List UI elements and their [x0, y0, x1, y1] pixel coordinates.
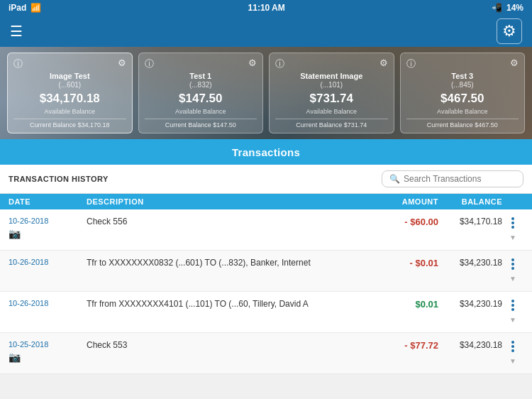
dot-2 — [511, 345, 514, 348]
account-cards-container: ⓘ ⚙ Image Test (...601) $34,170.18 Avail… — [0, 47, 532, 139]
txn-actions[interactable]: ▼ — [502, 256, 523, 283]
search-input[interactable] — [404, 174, 516, 184]
txn-amount: - $60.00 — [375, 215, 438, 227]
table-row[interactable]: 10-26-2018 Tfr from XXXXXXXX4101 (...101… — [0, 292, 532, 333]
card-acct: (...845) — [406, 81, 519, 89]
nav-bar: ☰ ⚙ — [0, 16, 532, 47]
txn-date-cell: 10-26-2018 — [9, 256, 87, 266]
dot-menu-button[interactable] — [511, 300, 514, 311]
txn-date-cell: 10-26-2018 📷 — [9, 215, 87, 239]
hero-area: ⓘ ⚙ Image Test (...601) $34,170.18 Avail… — [0, 47, 532, 139]
txn-description: Check 556 — [87, 215, 375, 226]
col-header-amount: AMOUNT — [375, 197, 438, 206]
info-icon[interactable]: ⓘ — [406, 58, 416, 70]
dot-menu-button[interactable] — [511, 217, 514, 229]
account-card-2[interactable]: ⓘ ⚙ Test 1 (...832) $147.50 Available Ba… — [138, 53, 264, 133]
card-name: Statement Image — [275, 72, 388, 80]
txn-amount: - $77.72 — [375, 339, 438, 351]
dot-1 — [511, 300, 514, 302]
card-gear-icon[interactable]: ⚙ — [379, 58, 388, 68]
transaction-toolbar: TRANSACTION HISTORY 🔍 — [0, 165, 532, 194]
card-gear-icon[interactable]: ⚙ — [118, 58, 126, 68]
account-card-4[interactable]: ⓘ ⚙ Test 3 (...845) $467.50 Available Ba… — [400, 53, 526, 133]
card-gear-icon[interactable]: ⚙ — [510, 58, 519, 68]
bluetooth-icon: 📲 — [492, 3, 502, 13]
ipad-label: iPad — [9, 3, 26, 13]
info-icon[interactable]: ⓘ — [275, 58, 284, 70]
status-bar: iPad 📶 11:10 AM 📲 14% — [0, 0, 532, 16]
txn-date: 10-25-2018 — [9, 339, 87, 349]
table-row[interactable]: 10-26-2018 Tfr to XXXXXXXX0832 (...601) … — [0, 251, 532, 292]
camera-icon[interactable]: 📷 — [9, 351, 87, 363]
table-row[interactable]: 10-26-2018 📷 Check 556 - $60.00 $34,170.… — [0, 209, 532, 251]
time-display: 11:10 AM — [248, 3, 285, 13]
transactions-section-header: Transactions — [0, 139, 532, 165]
card-balance: $147.50 — [145, 92, 257, 106]
transactions-list: 10-26-2018 📷 Check 556 - $60.00 $34,170.… — [0, 209, 532, 374]
dot-menu-button[interactable] — [511, 258, 514, 270]
status-right: 📲 14% — [492, 3, 523, 13]
card-avail-label: Available Balance — [275, 108, 388, 115]
hamburger-menu-button[interactable]: ☰ — [10, 23, 23, 40]
dot-1 — [511, 341, 514, 344]
card-current-balance: Current Balance $731.74 — [275, 119, 388, 129]
card-avail-label: Available Balance — [13, 108, 126, 115]
col-header-description: DESCRIPTION — [87, 197, 375, 206]
search-box[interactable]: 🔍 — [382, 170, 523, 187]
dot-1 — [511, 217, 514, 220]
account-card-1[interactable]: ⓘ ⚙ Image Test (...601) $34,170.18 Avail… — [7, 53, 133, 133]
card-name: Test 1 — [145, 72, 257, 80]
txn-date-cell: 10-26-2018 — [9, 297, 87, 307]
txn-amount: - $0.01 — [375, 256, 438, 268]
status-left: iPad 📶 — [9, 3, 41, 13]
txn-balance: $34,230.19 — [438, 297, 502, 309]
col-header-date: DATE — [9, 197, 87, 206]
card-acct: (...601) — [13, 81, 126, 89]
card-balance: $467.50 — [406, 92, 519, 106]
chevron-down-icon: ▼ — [509, 234, 516, 241]
dot-2 — [511, 222, 514, 224]
dot-3 — [511, 308, 514, 311]
txn-description: Check 553 — [87, 339, 375, 350]
txn-balance: $34,170.18 — [438, 215, 502, 226]
txn-date: 10-26-2018 — [9, 297, 87, 307]
txn-date: 10-26-2018 — [9, 256, 87, 266]
card-avail-label: Available Balance — [406, 108, 519, 115]
txn-date: 10-26-2018 — [9, 215, 87, 225]
card-current-balance: Current Balance $34,170.18 — [13, 119, 126, 129]
search-icon: 🔍 — [389, 174, 400, 184]
wifi-icon: 📶 — [31, 3, 41, 13]
column-headers: DATE DESCRIPTION AMOUNT BALANCE — [0, 194, 532, 209]
card-acct: (...101) — [275, 81, 388, 89]
transaction-history-label: TRANSACTION HISTORY — [9, 175, 109, 183]
card-name: Test 3 — [406, 72, 519, 80]
dot-1 — [511, 258, 514, 261]
card-acct: (...832) — [145, 81, 257, 89]
table-row[interactable]: 10-25-2018 📷 Check 553 - $77.72 $34,230.… — [0, 333, 532, 374]
transaction-history-area[interactable]: TRANSACTION HISTORY 🔍 DATE DESCRIPTION A… — [0, 165, 532, 374]
account-card-3[interactable]: ⓘ ⚙ Statement Image (...101) $731.74 Ava… — [269, 53, 394, 133]
txn-description: Tfr from XXXXXXXX4101 (...101) TO (...60… — [87, 297, 375, 309]
card-balance: $34,170.18 — [13, 92, 126, 106]
dot-3 — [511, 349, 514, 352]
card-gear-icon[interactable]: ⚙ — [248, 58, 257, 68]
camera-icon[interactable]: 📷 — [9, 228, 87, 239]
chevron-down-icon: ▼ — [509, 275, 516, 283]
col-header-balance: BALANCE — [438, 197, 502, 206]
txn-description: Tfr to XXXXXXXX0832 (...601) TO (...832)… — [87, 256, 375, 268]
info-icon[interactable]: ⓘ — [13, 58, 23, 70]
dot-3 — [511, 267, 514, 270]
settings-gear-button[interactable]: ⚙ — [497, 18, 522, 44]
txn-balance: $34,230.18 — [438, 256, 502, 268]
dot-2 — [511, 304, 514, 307]
txn-balance: $34,230.18 — [438, 339, 502, 350]
card-current-balance: Current Balance $147.50 — [145, 119, 257, 129]
txn-amount: $0.01 — [375, 297, 438, 310]
dot-menu-button[interactable] — [511, 341, 514, 352]
battery-display: 14% — [506, 3, 523, 13]
info-icon[interactable]: ⓘ — [145, 58, 154, 70]
txn-actions[interactable]: ▼ — [502, 297, 523, 324]
txn-actions[interactable]: ▼ — [502, 215, 523, 241]
txn-date-cell: 10-25-2018 📷 — [9, 339, 87, 363]
txn-actions[interactable]: ▼ — [502, 339, 523, 365]
